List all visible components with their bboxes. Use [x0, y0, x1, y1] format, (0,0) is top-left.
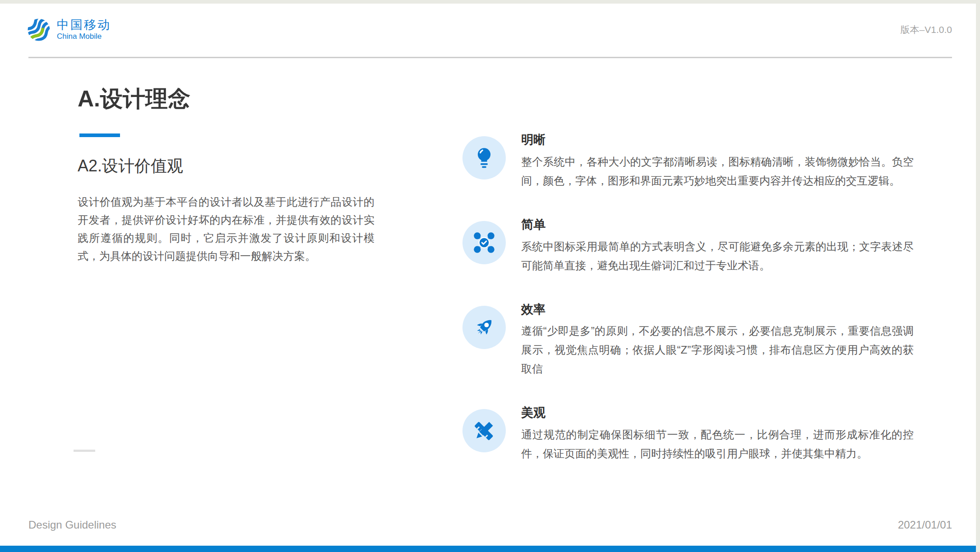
china-mobile-logo: 中国移动 China Mobile — [26, 17, 111, 42]
decorative-dash — [74, 450, 95, 452]
section-title: A2.设计价值观 — [78, 155, 183, 177]
value-item-aesthetics: 美观 通过规范的制定确保图标细节一致，配色统一，比例合理，进而形成标准化的控件，… — [462, 405, 914, 463]
value-desc: 通过规范的制定确保图标细节一致，配色统一，比例合理，进而形成标准化的控件，保证页… — [521, 425, 914, 463]
logo-en-text: China Mobile — [57, 32, 111, 41]
value-item-clarity: 明晰 整个系统中，各种大小的文字都清晰易读，图标精确清晰，装饰物微妙恰当。负空间… — [462, 132, 914, 190]
footer-date: 2021/01/01 — [898, 519, 952, 531]
screen: 中国移动 China Mobile 版本–V1.0.0 A.设计理念 A2.设计… — [0, 0, 980, 552]
logo-cn-text: 中国移动 — [57, 18, 111, 32]
bottom-accent-bar — [0, 546, 976, 552]
values-list: 明晰 整个系统中，各种大小的文字都清晰易读，图标精确清晰，装饰物微妙恰当。负空间… — [462, 132, 914, 489]
header-divider — [28, 57, 952, 58]
value-desc: 遵循“少即是多”的原则，不必要的信息不展示，必要信息克制展示，重要信息强调展示，… — [521, 322, 914, 378]
accent-bar — [79, 133, 120, 137]
nodes-check-icon — [462, 221, 506, 264]
value-title: 效率 — [521, 301, 914, 318]
value-desc: 整个系统中，各种大小的文字都清晰易读，图标精确清晰，装饰物微妙恰当。负空间，颜色… — [521, 152, 914, 190]
value-title: 简单 — [521, 216, 914, 234]
section-body: 设计价值观为基于本平台的设计者以及基于此进行产品设计的开发者，提供评价设计好坏的… — [78, 193, 374, 265]
value-item-simple: 简单 系统中图标采用最简单的方式表明含义，尽可能避免多余元素的出现；文字表述尽可… — [462, 216, 914, 275]
china-mobile-globe-icon — [26, 17, 51, 42]
value-desc: 系统中图标采用最简单的方式表明含义，尽可能避免多余元素的出现；文字表述尽可能简单… — [521, 237, 914, 275]
value-item-efficiency: 效率 遵循“少即是多”的原则，不必要的信息不展示，必要信息克制展示，重要信息强调… — [462, 301, 914, 379]
rocket-icon — [462, 306, 506, 349]
lightbulb-icon — [462, 136, 506, 179]
value-title: 美观 — [521, 405, 914, 422]
slide-page: 中国移动 China Mobile 版本–V1.0.0 A.设计理念 A2.设计… — [0, 4, 976, 552]
footer-doc-name: Design Guidelines — [28, 519, 116, 531]
pencil-ruler-icon — [462, 409, 506, 452]
version-label: 版本–V1.0.0 — [901, 23, 952, 36]
value-title: 明晰 — [521, 132, 914, 149]
page-title: A.设计理念 — [78, 84, 190, 114]
